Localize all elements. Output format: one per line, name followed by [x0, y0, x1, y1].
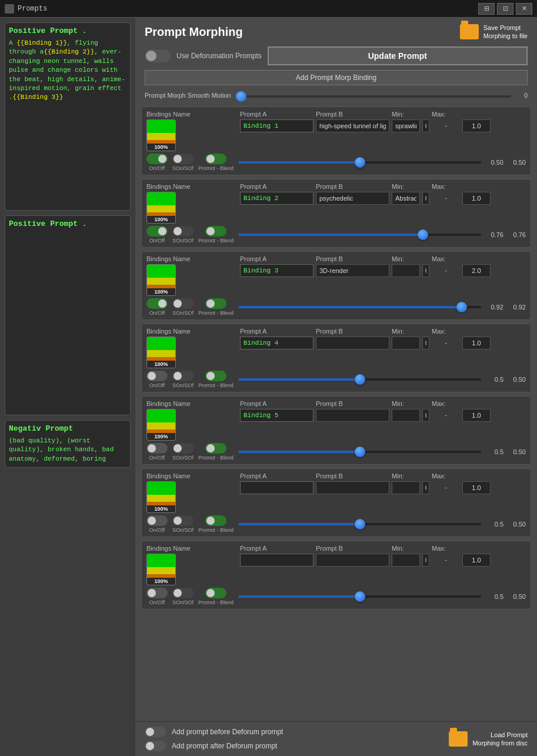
prompt-b-input-5[interactable]: [392, 409, 420, 422]
load-folder-icon[interactable]: [449, 731, 468, 747]
add-before-toggle[interactable]: [145, 727, 166, 737]
son-soff-toggle-5[interactable]: [172, 443, 194, 454]
prompt-a-input-4[interactable]: [316, 337, 389, 349]
onoff-toggle-6[interactable]: [146, 515, 168, 526]
blend-thumb-4[interactable]: [355, 374, 365, 385]
binding-name-input-5[interactable]: [240, 409, 313, 422]
max-field-5[interactable]: [462, 409, 491, 422]
color-bar: 100%: [146, 192, 176, 224]
blend-value-right-1: 0.50: [508, 159, 526, 166]
max-field-6[interactable]: [462, 481, 491, 494]
header-min: Min:: [392, 545, 420, 552]
smooth-slider-container: [236, 90, 511, 101]
bindings-scroll[interactable]: Bindings Name Prompt A Prompt B Min: Max…: [135, 104, 537, 721]
max-field-2[interactable]: [462, 192, 491, 205]
header-prompt-a: Prompt A: [240, 400, 313, 407]
maximize-button[interactable]: ⊡: [497, 3, 513, 15]
smooth-slider[interactable]: [236, 95, 511, 98]
header-bindings-name: Bindings Name: [146, 400, 238, 407]
blend-thumb-7[interactable]: [355, 591, 365, 602]
binding-name-input-7[interactable]: [240, 554, 313, 567]
header-max: Max:: [432, 255, 460, 262]
binding-name-input-3[interactable]: [240, 264, 313, 277]
bottom-bar: Add prompt before Deforum prompt Add pro…: [135, 721, 537, 756]
prompt-b-input-3[interactable]: [392, 264, 420, 277]
blend-toggle-5[interactable]: [205, 443, 226, 454]
prompt-b-input-6[interactable]: [392, 481, 420, 494]
min-field-6[interactable]: [422, 481, 429, 494]
son-soff-toggle-2[interactable]: [172, 226, 194, 237]
blend-value-left-1: 0.50: [486, 159, 503, 166]
binding-card: Bindings Name Prompt A Prompt B Min: Max…: [141, 324, 531, 392]
prompt-b-input-7[interactable]: [392, 554, 420, 567]
onoff-toggle-7[interactable]: [146, 588, 168, 598]
son-soff-toggle-7[interactable]: [172, 588, 194, 598]
binding-name-input-4[interactable]: [240, 337, 313, 349]
binding-name-input-1[interactable]: [240, 119, 313, 132]
blend-slider-track-5[interactable]: [238, 451, 481, 453]
son-soff-toggle-6[interactable]: [172, 515, 194, 526]
blend-thumb-1[interactable]: [355, 157, 365, 168]
min-field-1[interactable]: [422, 119, 429, 132]
max-field-4[interactable]: [462, 337, 491, 349]
deform-toggle[interactable]: [145, 49, 171, 62]
blend-slider-track-1[interactable]: [238, 161, 481, 164]
blend-thumb-6[interactable]: [355, 519, 365, 529]
binding-name-input-6[interactable]: [240, 481, 313, 494]
son-soff-toggle-3[interactable]: [172, 298, 194, 309]
prompt-a-input-3[interactable]: [316, 264, 389, 277]
blend-thumb-5[interactable]: [355, 447, 365, 457]
blend-toggle-6[interactable]: [205, 515, 226, 526]
minimize-button[interactable]: ⊟: [478, 3, 495, 15]
update-prompt-button[interactable]: Update Prompt: [268, 46, 528, 65]
prompt-a-input-6[interactable]: [316, 481, 389, 494]
blend-thumb-2[interactable]: [418, 229, 428, 240]
add-after-toggle[interactable]: [145, 741, 166, 751]
blend-thumb-3[interactable]: [456, 302, 467, 312]
negative-prompt-title: Negativ Prompt: [9, 424, 126, 433]
close-button[interactable]: ✕: [516, 3, 532, 15]
binding-name-input-2[interactable]: [240, 192, 313, 205]
prompt-b-input-2[interactable]: [392, 192, 420, 205]
blend-slider-track-6[interactable]: [238, 523, 481, 525]
header-bindings-name: Bindings Name: [146, 328, 238, 335]
max-field-3[interactable]: [462, 264, 491, 277]
min-field-7[interactable]: [422, 554, 429, 567]
blend-toggle-2[interactable]: [205, 226, 226, 237]
blend-slider-track-2[interactable]: [238, 234, 481, 236]
min-field-2[interactable]: [422, 192, 429, 205]
max-field-1[interactable]: [462, 119, 491, 132]
blend-toggle-3[interactable]: [205, 298, 226, 309]
min-field-3[interactable]: [422, 264, 429, 277]
save-folder-icon[interactable]: [460, 24, 479, 39]
prompt-b-input-4[interactable]: [392, 337, 420, 349]
max-field-7[interactable]: [462, 554, 491, 567]
prompt-a-input-5[interactable]: [316, 409, 389, 422]
prompt-a-input-1[interactable]: [316, 119, 389, 132]
son-soff-toggle-4[interactable]: [172, 371, 194, 381]
prompt-b-input-1[interactable]: [392, 119, 420, 132]
blend-slider-track-3[interactable]: [238, 306, 481, 308]
prompt-a-input-7[interactable]: [316, 554, 389, 567]
prompt-a-input-2[interactable]: [316, 192, 389, 205]
blend-toggle-4[interactable]: [205, 371, 226, 381]
blend-toggle-7[interactable]: [205, 588, 226, 598]
blend-value-right-5: 0.50: [508, 448, 526, 455]
onoff-toggle-5[interactable]: [146, 443, 168, 454]
onoff-toggle-1[interactable]: [146, 154, 168, 164]
blend-slider-track-4[interactable]: [238, 378, 481, 381]
son-soff-ctrl-5: SOn/SOf: [172, 443, 194, 461]
add-binding-button[interactable]: Add Prompt Morp Binding: [145, 70, 528, 85]
son-soff-toggle-1[interactable]: [172, 154, 194, 164]
smooth-label: Prompt Morph Smooth Motion: [145, 92, 231, 99]
binding-controls-row-1: On/Off SOn/SOf Promot - Blend 0: [146, 154, 526, 171]
onoff-toggle-3[interactable]: [146, 298, 168, 309]
min-field-5[interactable]: [422, 409, 429, 422]
onoff-toggle-4[interactable]: [146, 371, 168, 381]
blend-slider-track-7[interactable]: [238, 595, 481, 598]
onoff-ctrl-4: On/Off: [146, 371, 168, 388]
onoff-toggle-2[interactable]: [146, 226, 168, 237]
blend-toggle-1[interactable]: [205, 154, 226, 164]
min-field-4[interactable]: [422, 337, 429, 349]
header-min: Min:: [392, 255, 420, 262]
